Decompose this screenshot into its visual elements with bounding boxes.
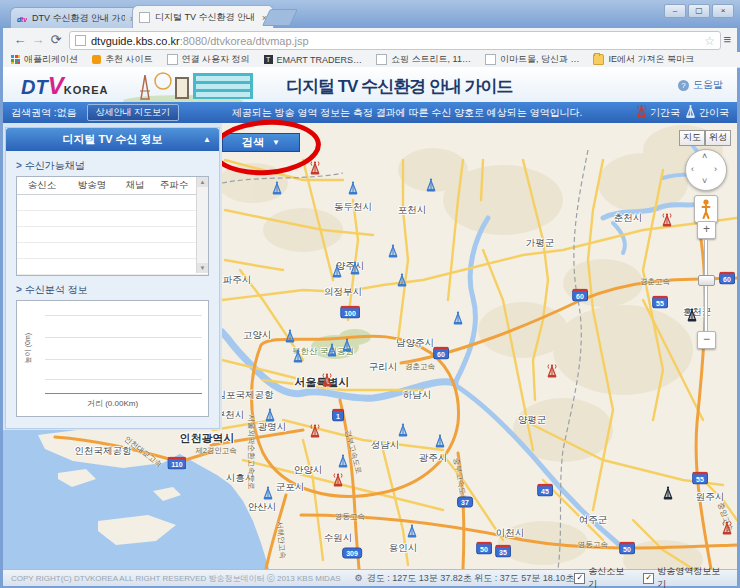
tower-marker-dark[interactable] bbox=[662, 486, 675, 503]
tower-marker-blue[interactable] bbox=[331, 264, 344, 281]
bookmark-item[interactable]: 연결 사용자 정의 bbox=[167, 53, 250, 66]
tower-marker-red[interactable] bbox=[309, 424, 322, 441]
street-view-pegman[interactable] bbox=[694, 195, 718, 223]
tower-marker-blue[interactable] bbox=[425, 178, 438, 195]
browser-toolbar: ← → ⟳ dtvguide.kbs.co.kr:8080/dtvkorea/d… bbox=[3, 28, 737, 52]
tower-marker-red[interactable] bbox=[309, 161, 322, 178]
search-region-label: 검색권역 :없음 bbox=[11, 106, 77, 120]
map-place-label: 군포시 bbox=[276, 481, 305, 494]
chart-y-label: 높이 (0m) bbox=[23, 328, 33, 368]
maximize-button[interactable]: ▢ bbox=[688, 4, 710, 18]
tower-marker-blue[interactable] bbox=[396, 273, 409, 290]
bookmark-item[interactable]: TEMART TRADERS… bbox=[264, 55, 363, 65]
tower-marker-blue[interactable] bbox=[341, 338, 354, 355]
tower-marker-blue[interactable] bbox=[292, 349, 305, 366]
zoom-in-button[interactable]: + bbox=[697, 221, 716, 239]
tower-marker-blue[interactable] bbox=[337, 454, 350, 471]
tower-marker-red[interactable] bbox=[546, 364, 559, 381]
table-scrollbar[interactable]: ▲ ▼ bbox=[196, 177, 208, 273]
url-text[interactable]: dtvguide.kbs.co.kr:8080/dtvkorea/dtvmap.… bbox=[91, 35, 699, 47]
tower-marker-dark[interactable] bbox=[686, 308, 699, 325]
new-tab-button[interactable] bbox=[262, 9, 298, 26]
map-place-label: 춘천시 bbox=[614, 212, 643, 225]
back-icon[interactable]: ← bbox=[11, 31, 29, 49]
tower-marker-red[interactable] bbox=[332, 473, 345, 490]
bookmark-item[interactable]: 이마트몰, 당신과 … bbox=[485, 53, 580, 66]
tab-dtv-guide[interactable]: dtv DTV 수신환경 안내 가이... × bbox=[10, 7, 142, 29]
menu-icon[interactable]: ≡ bbox=[723, 32, 731, 47]
route-shield: 50 bbox=[476, 542, 492, 555]
pan-control[interactable]: ˄ ˅ ‹ › bbox=[685, 149, 727, 191]
scroll-up-icon[interactable]: ▲ bbox=[197, 177, 208, 187]
map-type-button[interactable]: 지도 bbox=[679, 130, 705, 146]
address-bar[interactable]: dtvguide.kbs.co.kr:8080/dtvkorea/dtvmap.… bbox=[69, 31, 721, 50]
route-shield: 37 bbox=[457, 497, 473, 508]
dtv-korea-logo[interactable]: DTVKOREA bbox=[21, 72, 108, 100]
grid-icon bbox=[11, 55, 20, 64]
detail-map-button[interactable]: 상세안내 지도보기 bbox=[87, 104, 180, 121]
channel-table[interactable]: 송신소 방송명 채널 주파수 ▲ ▼ bbox=[16, 176, 209, 276]
route-shield: 45 bbox=[537, 484, 553, 497]
map-place-label: 이천시 bbox=[496, 527, 525, 540]
zoom-slider-handle[interactable] bbox=[698, 275, 715, 286]
bookmark-item[interactable]: 쇼핑 스트리트, 11… bbox=[376, 53, 471, 66]
reload-icon[interactable]: ⟳ bbox=[47, 31, 65, 49]
satellite-type-button[interactable]: 위성 bbox=[705, 130, 731, 146]
zoom-out-button[interactable]: − bbox=[697, 331, 716, 349]
route-shield: 100 bbox=[340, 306, 360, 319]
tower-marker-blue[interactable] bbox=[387, 244, 400, 261]
page-icon bbox=[75, 35, 86, 46]
tower-marker-blue[interactable] bbox=[397, 423, 410, 440]
zoom-slider-track[interactable] bbox=[704, 239, 708, 337]
pan-down-icon[interactable]: ˅ bbox=[702, 176, 707, 186]
pan-right-icon[interactable]: › bbox=[714, 164, 717, 174]
tower-marker-blue[interactable] bbox=[262, 486, 275, 503]
tower-marker-blue[interactable] bbox=[284, 329, 297, 346]
minimize-button[interactable]: – bbox=[664, 4, 686, 18]
bookmark-item[interactable]: 애플리케이션 bbox=[11, 53, 78, 66]
map-road-label: 영동고속 bbox=[578, 540, 608, 550]
forward-icon[interactable]: → bbox=[29, 31, 47, 49]
map-road-label: 경춘고속 bbox=[640, 277, 670, 287]
help-link[interactable]: ? 도움말 bbox=[678, 78, 723, 92]
layer-toggles: ✓송신소보기 ✓방송영역정보보기 bbox=[574, 565, 729, 588]
map-place-label: 인천광역시 bbox=[180, 431, 235, 446]
dtv-favicon: dtv bbox=[17, 14, 27, 24]
pan-up-icon[interactable]: ˄ bbox=[702, 151, 707, 161]
scroll-down-icon[interactable]: ▼ bbox=[197, 263, 208, 273]
tower-marker-blue[interactable] bbox=[271, 181, 284, 198]
tab-digital-tv-active[interactable]: 디지털 TV 수신환경 안내 × bbox=[132, 5, 274, 29]
coordinates-readout: 경도 : 127도 13분 37.82초 위도 : 37도 57분 18.10초 bbox=[367, 572, 575, 585]
bookmark-star-icon[interactable]: ☆ bbox=[704, 34, 715, 48]
bookmark-item[interactable]: IE에서 가져온 북마크 bbox=[593, 53, 694, 66]
bookmark-item[interactable]: 추천 사이트 bbox=[92, 53, 153, 66]
map-place-label: 인천국제공항 bbox=[75, 445, 132, 458]
analysis-chart: 높이 (0m) 거리 (0.00Km) bbox=[16, 300, 209, 417]
tower-marker-blue[interactable] bbox=[434, 434, 447, 451]
tower-marker-blue[interactable] bbox=[452, 311, 465, 328]
map-place-label: 파주시 bbox=[223, 274, 252, 287]
route-shield: 1 bbox=[332, 409, 344, 422]
panel-title-bar[interactable]: 디지털 TV 수신 정보 ▲ bbox=[6, 128, 219, 151]
tower-marker-red[interactable] bbox=[661, 213, 674, 230]
tower-marker-blue[interactable] bbox=[406, 524, 419, 541]
tower-marker-red[interactable] bbox=[321, 373, 334, 390]
notice-text: 제공되는 방송 영역 정보는 측정 결과에 따른 수신 양호로 예상되는 영역입… bbox=[179, 106, 635, 120]
map-road-label: 경춘고속 bbox=[405, 362, 435, 372]
gear-icon[interactable]: ⚙ bbox=[355, 573, 363, 583]
tower-marker-blue[interactable] bbox=[349, 261, 362, 278]
close-button[interactable]: × bbox=[712, 4, 734, 18]
tab-title: DTV 수신환경 안내 가이... bbox=[32, 12, 125, 25]
map-road-label: 제2경인고속 bbox=[195, 446, 237, 456]
tower-marker-blue[interactable] bbox=[264, 408, 277, 425]
tower-marker-red[interactable] bbox=[721, 521, 734, 538]
tower-marker-blue[interactable] bbox=[326, 343, 339, 360]
copyright-text: COPY RIGHT(C) DTVKOREA ALL RIGHT RESERVE… bbox=[11, 573, 341, 584]
route-shield: 60 bbox=[719, 272, 735, 285]
transmitter-toggle[interactable]: ✓송신소보기 bbox=[574, 565, 633, 588]
channels-section-label: >수신가능채널 bbox=[16, 159, 85, 173]
broadcast-area-toggle[interactable]: ✓방송영역정보보기 bbox=[643, 565, 729, 588]
pan-left-icon[interactable]: ‹ bbox=[691, 164, 694, 174]
collapse-icon[interactable]: ▲ bbox=[203, 135, 211, 144]
tower-marker-blue[interactable] bbox=[347, 181, 360, 198]
